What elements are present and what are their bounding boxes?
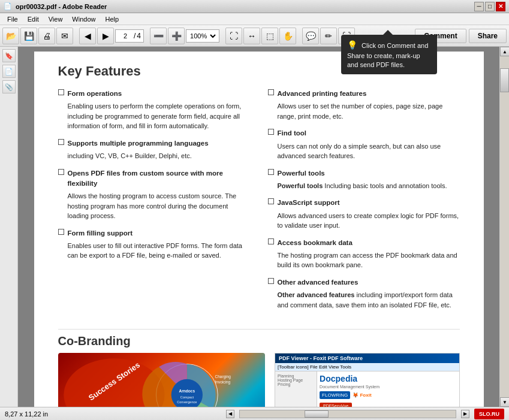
svg-text:Arndocs: Arndocs xyxy=(179,389,195,393)
email-button[interactable]: ✉ xyxy=(56,28,73,44)
next-page-button[interactable]: ▶ xyxy=(97,28,114,44)
menu-view[interactable]: View xyxy=(44,14,68,24)
fit-width-button[interactable]: ↔ xyxy=(243,28,260,44)
slo-logo: SLO.RU xyxy=(474,409,504,419)
scroll-down-button[interactable]: ▼ xyxy=(500,397,509,407)
checkbox-js xyxy=(268,198,274,204)
foxit-header: PDF Viewer - Foxit PDF Software xyxy=(275,353,459,363)
fit-page-button[interactable]: ⛶ xyxy=(225,28,242,44)
app-icon: 📄 xyxy=(4,2,12,10)
tooltip-text: Click on Comment and Share to create, ma… xyxy=(347,42,428,68)
status-dimensions: 8,27 x 11,22 in xyxy=(5,410,221,418)
checkbox-multi-lang xyxy=(58,139,64,145)
docpedia-logo: Docpedia xyxy=(320,374,456,383)
feature-find-tool: Find tool Users can not only do a simple… xyxy=(268,128,460,161)
markup-button[interactable]: ✏ xyxy=(320,28,337,44)
checkbox-open-pdf xyxy=(58,169,64,175)
feature-header-powerful: Powerful tools xyxy=(268,168,460,179)
feature-desc-js: Allows advanced users to create complex … xyxy=(268,211,460,231)
svg-text:Charging: Charging xyxy=(215,374,231,379)
foxit-screenshot: PDF Viewer - Foxit PDF Software [Toolbar… xyxy=(275,353,459,407)
zoom-select[interactable]: 100% 75% 125% 150% xyxy=(188,32,218,40)
checkbox-form-ops xyxy=(58,89,64,95)
pages-icon[interactable]: 📄 xyxy=(2,65,16,78)
pdf-page: Key Features Form operations Enabling us… xyxy=(34,52,484,407)
pdfvue-logo: PDFSecuVue xyxy=(320,403,352,407)
scroll-up-button[interactable]: ▲ xyxy=(500,47,509,56)
feature-desc-adv-print: Allows user to set the number of copies,… xyxy=(268,101,460,121)
select-button[interactable]: ⬚ xyxy=(261,28,278,44)
feature-header-bookmark: Access bookmark data xyxy=(268,238,460,248)
titlebar-controls: ─ □ ✕ xyxy=(474,2,505,11)
feature-title-powerful: Powerful tools xyxy=(278,168,325,179)
checkbox-other xyxy=(268,278,274,284)
zoom-in-button[interactable]: ➕ xyxy=(168,28,185,44)
feature-title-bookmark: Access bookmark data xyxy=(278,238,353,248)
feature-header-js: JavaScript support xyxy=(268,198,460,208)
scroll-thumb[interactable] xyxy=(500,68,509,92)
bookmarks-icon[interactable]: 🔖 xyxy=(2,49,16,62)
comment-tool-button[interactable]: 💬 xyxy=(302,28,319,44)
foxit-main: Docpedia Document Management System FLOW… xyxy=(317,371,459,407)
hscroll-thumb[interactable] xyxy=(305,410,329,418)
pdf-content: Key Features Form operations Enabling us… xyxy=(18,47,499,407)
menu-window[interactable]: Window xyxy=(67,14,100,24)
feature-other-advanced: Other advanced features Other advanced f… xyxy=(268,277,460,310)
foxit-nav: PlanningHosting PagePricing xyxy=(278,374,314,386)
main-area: 🔖 📄 📎 Key Features Form operations Enabl… xyxy=(0,47,509,407)
feature-desc-form-filling: Enables user to fill out interactive PDF… xyxy=(58,241,250,261)
horizontal-scrollbar[interactable] xyxy=(239,410,457,418)
feature-header-form-filling: Form filling support xyxy=(58,228,250,238)
page-number-input[interactable] xyxy=(118,32,132,40)
menu-file[interactable]: File xyxy=(2,14,23,24)
titlebar-left: 📄 opr00032.pdf - Adobe Reader xyxy=(4,2,107,10)
feature-desc-other: Other advanced features including import… xyxy=(268,290,460,310)
feature-header-adv-print: Advanced printing features xyxy=(268,89,460,99)
zoom-out-button[interactable]: ➖ xyxy=(150,28,167,44)
feature-desc-open-pdf: Allows the hosting program to access cus… xyxy=(58,191,250,221)
feature-header-open-pdf: Opens PDF files from custom source with … xyxy=(58,168,250,189)
checkbox-powerful xyxy=(268,169,274,175)
save-button[interactable]: 💾 xyxy=(20,28,37,44)
checkbox-bookmark xyxy=(268,238,274,244)
scroll-track[interactable] xyxy=(500,56,509,397)
pan-button[interactable]: ✋ xyxy=(279,28,296,44)
menu-edit[interactable]: Edit xyxy=(23,14,44,24)
success-stories-graphic: Success Stories Arndocs Compact xyxy=(58,353,266,407)
feature-desc-powerful: Powerful tools Including basic tools and… xyxy=(268,181,460,191)
svg-text:Invoicing: Invoicing xyxy=(215,380,230,385)
minimize-button[interactable]: ─ xyxy=(474,2,484,11)
feature-title-open-pdf: Opens PDF files from custom source with … xyxy=(68,168,250,189)
foxit-brands: FLOWRING 🦊 Foxit xyxy=(320,391,456,399)
share-button[interactable]: Share xyxy=(469,29,507,43)
print-button[interactable]: 🖨 xyxy=(38,28,55,44)
feature-title-adv-print: Advanced printing features xyxy=(278,89,367,99)
menubar: File Edit View Window Help xyxy=(0,13,509,25)
foxit-logo: 🦊 Foxit xyxy=(353,392,371,398)
feature-title-find: Find tool xyxy=(278,128,307,138)
hscroll-left-button[interactable]: ◀ xyxy=(226,410,234,418)
feature-multi-lang: Supports multiple programming languages … xyxy=(58,138,250,161)
feature-header: Form operations xyxy=(58,89,250,99)
checkbox-form-filling xyxy=(58,229,64,235)
checkbox-find xyxy=(268,129,274,135)
close-button[interactable]: ✕ xyxy=(496,2,505,11)
svg-text:Convergence: Convergence xyxy=(177,400,197,404)
section2-title: Co-Branding xyxy=(58,334,460,348)
foxit-toolbar: [Toolbar icons] File Edit View Tools xyxy=(275,363,459,371)
feature-bookmark: Access bookmark data The hosting program… xyxy=(268,238,460,270)
features-right-column: Advanced printing features Allows user t… xyxy=(268,89,460,317)
open-button[interactable]: 📂 xyxy=(2,28,19,44)
attachments-icon[interactable]: 📎 xyxy=(2,80,16,93)
maximize-button[interactable]: □ xyxy=(485,2,495,11)
feature-desc-find: Users can not only do a simple search, b… xyxy=(268,141,460,161)
tooltip: 💡 Click on Comment and Share to create, … xyxy=(341,35,437,74)
co-branding-content: Success Stories Arndocs Compact xyxy=(58,353,460,407)
titlebar-title: opr00032.pdf - Adobe Reader xyxy=(16,3,107,10)
titlebar: 📄 opr00032.pdf - Adobe Reader ─ □ ✕ xyxy=(0,0,509,13)
menu-help[interactable]: Help xyxy=(100,14,124,24)
hscroll-right-button[interactable]: ▶ xyxy=(461,410,469,418)
page-nav-group: / 4 xyxy=(115,29,144,43)
feature-title-other: Other advanced features xyxy=(278,277,359,288)
prev-page-button[interactable]: ◀ xyxy=(79,28,96,44)
